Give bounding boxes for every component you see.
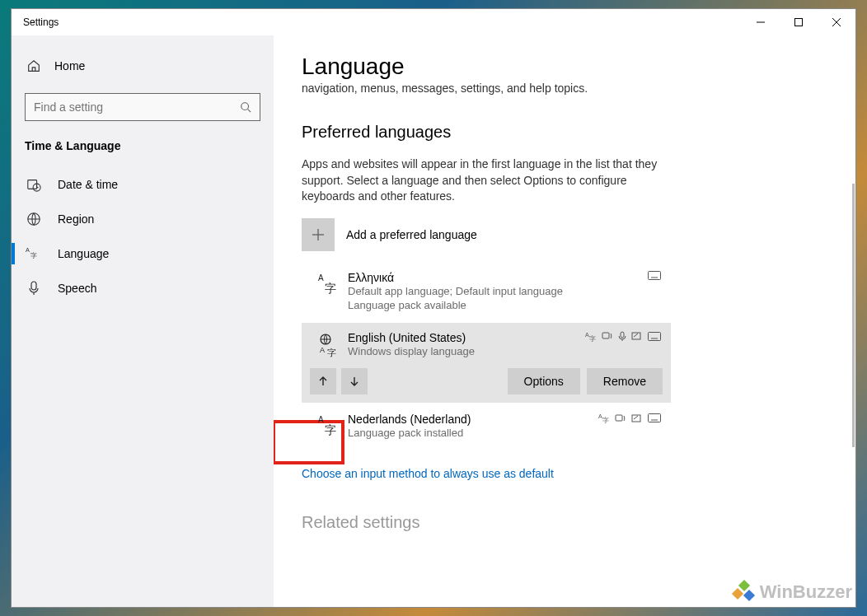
preferred-languages-heading: Preferred languages <box>302 123 827 142</box>
handwrite-icon <box>631 331 643 341</box>
sidebar-item-label: Speech <box>58 282 96 295</box>
main-panel: Language navigation, menus, messages, se… <box>274 35 855 607</box>
plus-icon <box>302 218 335 251</box>
settings-window: Settings Home <box>11 8 856 608</box>
svg-rect-27 <box>602 333 609 338</box>
svg-point-4 <box>241 103 249 110</box>
language-badges <box>648 271 661 280</box>
svg-rect-11 <box>31 282 36 290</box>
window-title: Settings <box>23 16 59 28</box>
handwrite-icon <box>631 413 643 423</box>
sidebar-item-label: Date & time <box>58 178 118 191</box>
svg-text:字: 字 <box>589 335 596 342</box>
maximize-button[interactable] <box>780 9 818 35</box>
sidebar-item-language[interactable]: A 字 Language <box>12 236 274 271</box>
svg-rect-36 <box>616 415 622 421</box>
microphone-icon <box>618 331 626 342</box>
svg-text:A: A <box>320 346 325 354</box>
svg-rect-1 <box>795 19 803 26</box>
options-button[interactable]: Options <box>508 368 580 394</box>
svg-rect-16 <box>649 271 661 279</box>
sidebar-item-label: Region <box>58 212 94 226</box>
language-status: Windows display language <box>348 344 661 359</box>
sidebar-home[interactable]: Home <box>12 50 274 82</box>
page-title: Language <box>302 54 827 80</box>
watermark-text: WinBuzzer <box>760 581 852 603</box>
home-icon <box>25 58 43 73</box>
move-up-button[interactable] <box>310 368 336 394</box>
keyboard-icon <box>648 332 661 341</box>
svg-text:字: 字 <box>602 417 609 423</box>
sidebar-category: Time & Language <box>12 139 274 167</box>
svg-text:字: 字 <box>30 252 37 259</box>
svg-rect-28 <box>621 332 624 338</box>
keyboard-icon <box>648 271 661 280</box>
window-controls <box>742 9 855 35</box>
lang-a-icon: A字 <box>585 331 597 342</box>
language-row[interactable]: A字 Nederlands (Nederland) Language pack … <box>302 404 671 449</box>
svg-rect-29 <box>632 333 640 339</box>
language-actions: Options Remove <box>310 368 663 394</box>
svg-line-5 <box>248 110 251 113</box>
svg-rect-37 <box>632 415 640 422</box>
language-row-selected[interactable]: A字 English (United States) Windows displ… <box>302 323 671 404</box>
sidebar: Home Time & Language Date & time Reg <box>12 35 274 607</box>
language-glyph-icon: A字 <box>310 413 348 441</box>
scrollbar[interactable] <box>852 184 855 447</box>
language-row[interactable]: A字 Ελληνικά Default app language; Defaul… <box>302 263 671 321</box>
language-badges: A字 <box>598 413 661 423</box>
language-status: Default app language; Default input lang… <box>348 284 661 299</box>
globe-icon <box>25 212 43 226</box>
sidebar-item-date-time[interactable]: Date & time <box>12 167 274 202</box>
move-down-button[interactable] <box>341 368 368 394</box>
minimize-button[interactable] <box>742 9 780 35</box>
svg-text:字: 字 <box>325 282 336 295</box>
sidebar-item-label: Language <box>58 247 109 260</box>
watermark: WinBuzzer <box>733 581 852 603</box>
svg-rect-30 <box>649 332 661 340</box>
language-status: Language pack available <box>348 298 661 313</box>
page-truncated-line: navigation, menus, messages, settings, a… <box>302 82 827 95</box>
language-glyph-icon: A字 <box>310 271 348 313</box>
content-area: Home Time & Language Date & time Reg <box>12 35 855 607</box>
watermark-logo-icon <box>733 581 755 603</box>
svg-text:A: A <box>318 273 324 282</box>
microphone-icon <box>25 281 43 296</box>
sidebar-home-label: Home <box>54 59 85 72</box>
keyboard-icon <box>648 413 661 422</box>
language-name: Ελληνικά <box>348 271 661 284</box>
search-input[interactable] <box>34 100 240 114</box>
svg-rect-38 <box>649 414 661 422</box>
sidebar-item-region[interactable]: Region <box>12 202 274 236</box>
related-settings-heading: Related settings <box>302 513 827 532</box>
close-button[interactable] <box>818 9 855 35</box>
remove-button[interactable]: Remove <box>587 368 663 394</box>
tts-icon <box>615 413 626 423</box>
input-method-link[interactable]: Choose an input method to always use as … <box>302 467 827 480</box>
search-icon <box>240 101 251 113</box>
search-box[interactable] <box>25 93 260 121</box>
lang-a-icon: A字 <box>598 413 610 423</box>
add-language-button[interactable]: Add a preferred language <box>302 218 827 251</box>
svg-text:A: A <box>318 415 324 424</box>
tts-icon <box>602 331 613 341</box>
language-glyph-globe-icon: A字 <box>310 331 348 359</box>
svg-rect-6 <box>28 180 37 189</box>
svg-text:A: A <box>26 246 30 254</box>
add-language-label: Add a preferred language <box>346 228 477 241</box>
window-titlebar: Settings <box>12 9 855 35</box>
language-status: Language pack installed <box>348 426 661 441</box>
svg-text:字: 字 <box>325 423 336 436</box>
preferred-languages-desc: Apps and websites will appear in the fir… <box>302 156 681 205</box>
sidebar-item-speech[interactable]: Speech <box>12 271 274 306</box>
language-a-icon: A 字 <box>25 246 43 261</box>
svg-text:字: 字 <box>327 348 336 357</box>
clock-calendar-icon <box>25 177 43 192</box>
language-badges: A字 <box>585 331 661 342</box>
